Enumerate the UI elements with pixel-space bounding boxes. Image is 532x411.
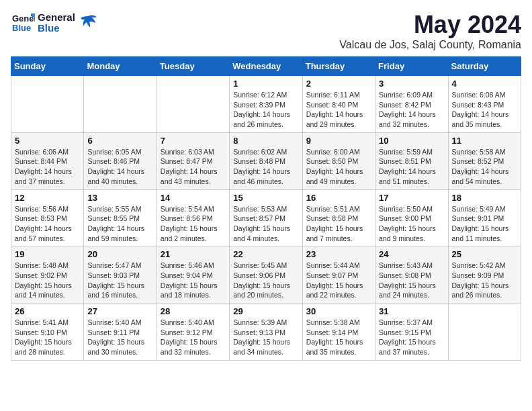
- day-number: 27: [87, 306, 152, 316]
- calendar-week-row: 19Sunrise: 5:48 AM Sunset: 9:02 PM Dayli…: [11, 246, 521, 304]
- calendar-cell: 17Sunrise: 5:50 AM Sunset: 9:00 PM Dayli…: [375, 189, 448, 246]
- calendar-cell: 20Sunrise: 5:47 AM Sunset: 9:03 PM Dayli…: [84, 246, 157, 304]
- day-info: Sunrise: 5:59 AM Sunset: 8:51 PM Dayligh…: [379, 147, 444, 187]
- day-number: 21: [161, 249, 226, 259]
- day-info: Sunrise: 5:40 AM Sunset: 9:11 PM Dayligh…: [87, 318, 152, 357]
- day-info: Sunrise: 5:56 AM Sunset: 8:53 PM Dayligh…: [15, 204, 80, 244]
- day-number: 30: [306, 306, 371, 316]
- calendar-cell: [84, 76, 157, 133]
- day-number: 23: [306, 249, 371, 259]
- day-number: 31: [379, 306, 444, 316]
- calendar-cell: 15Sunrise: 5:53 AM Sunset: 8:57 PM Dayli…: [230, 189, 302, 246]
- calendar-cell: 10Sunrise: 5:59 AM Sunset: 8:51 PM Dayli…: [375, 132, 448, 189]
- day-info: Sunrise: 5:48 AM Sunset: 9:02 PM Dayligh…: [15, 261, 80, 300]
- weekday-header-thursday: Thursday: [302, 57, 375, 76]
- day-number: 1: [233, 79, 298, 89]
- day-info: Sunrise: 6:00 AM Sunset: 8:50 PM Dayligh…: [306, 147, 371, 187]
- calendar-cell: 18Sunrise: 5:49 AM Sunset: 9:01 PM Dayli…: [448, 189, 521, 246]
- day-number: 8: [233, 136, 298, 146]
- calendar-cell: 21Sunrise: 5:46 AM Sunset: 9:04 PM Dayli…: [157, 246, 229, 304]
- day-number: 17: [379, 193, 444, 203]
- day-number: 4: [452, 79, 517, 89]
- calendar-cell: 1Sunrise: 6:12 AM Sunset: 8:39 PM Daylig…: [230, 76, 302, 133]
- calendar-cell: 23Sunrise: 5:44 AM Sunset: 9:07 PM Dayli…: [302, 246, 375, 304]
- calendar-cell: 12Sunrise: 5:56 AM Sunset: 8:53 PM Dayli…: [11, 189, 84, 246]
- calendar-week-row: 1Sunrise: 6:12 AM Sunset: 8:39 PM Daylig…: [11, 76, 521, 133]
- day-number: 2: [306, 79, 371, 89]
- weekday-header-row: SundayMondayTuesdayWednesdayThursdayFrid…: [11, 57, 521, 76]
- day-info: Sunrise: 6:02 AM Sunset: 8:48 PM Dayligh…: [233, 147, 298, 187]
- logo: General Blue General Blue: [11, 11, 98, 35]
- calendar-week-row: 26Sunrise: 5:41 AM Sunset: 9:10 PM Dayli…: [11, 304, 521, 361]
- day-info: Sunrise: 5:51 AM Sunset: 8:58 PM Dayligh…: [306, 204, 371, 244]
- day-info: Sunrise: 5:54 AM Sunset: 8:56 PM Dayligh…: [161, 204, 226, 244]
- calendar-cell: 5Sunrise: 6:06 AM Sunset: 8:44 PM Daylig…: [11, 132, 84, 189]
- weekday-header-friday: Friday: [375, 57, 448, 76]
- calendar-cell: [11, 76, 84, 133]
- title-block: May 2024 Valcau de Jos, Salaj County, Ro…: [339, 11, 521, 51]
- day-number: 24: [379, 249, 444, 259]
- day-info: Sunrise: 5:47 AM Sunset: 9:03 PM Dayligh…: [87, 261, 152, 300]
- weekday-header-tuesday: Tuesday: [157, 57, 229, 76]
- calendar-cell: 7Sunrise: 6:03 AM Sunset: 8:47 PM Daylig…: [157, 132, 229, 189]
- calendar-cell: 11Sunrise: 5:58 AM Sunset: 8:52 PM Dayli…: [448, 132, 521, 189]
- calendar-cell: 4Sunrise: 6:08 AM Sunset: 8:43 PM Daylig…: [448, 76, 521, 133]
- day-number: 10: [379, 136, 444, 146]
- calendar-cell: 19Sunrise: 5:48 AM Sunset: 9:02 PM Dayli…: [11, 246, 84, 304]
- day-info: Sunrise: 5:46 AM Sunset: 9:04 PM Dayligh…: [161, 261, 226, 300]
- day-info: Sunrise: 5:45 AM Sunset: 9:06 PM Dayligh…: [233, 261, 298, 300]
- day-info: Sunrise: 5:58 AM Sunset: 8:52 PM Dayligh…: [452, 147, 517, 187]
- day-info: Sunrise: 6:06 AM Sunset: 8:44 PM Dayligh…: [15, 147, 80, 187]
- day-number: 9: [306, 136, 371, 146]
- page-header: General Blue General Blue May 2024 Valca…: [11, 11, 521, 51]
- svg-text:Blue: Blue: [12, 23, 31, 33]
- day-info: Sunrise: 5:49 AM Sunset: 9:01 PM Dayligh…: [452, 204, 517, 244]
- day-info: Sunrise: 5:53 AM Sunset: 8:57 PM Dayligh…: [233, 204, 298, 244]
- calendar-cell: 8Sunrise: 6:02 AM Sunset: 8:48 PM Daylig…: [230, 132, 302, 189]
- day-info: Sunrise: 5:55 AM Sunset: 8:55 PM Dayligh…: [87, 204, 152, 244]
- day-info: Sunrise: 6:11 AM Sunset: 8:40 PM Dayligh…: [306, 90, 371, 130]
- calendar-cell: 9Sunrise: 6:00 AM Sunset: 8:50 PM Daylig…: [302, 132, 375, 189]
- day-info: Sunrise: 5:41 AM Sunset: 9:10 PM Dayligh…: [15, 318, 80, 357]
- day-number: 15: [233, 193, 298, 203]
- day-number: 5: [15, 136, 80, 146]
- calendar-cell: 26Sunrise: 5:41 AM Sunset: 9:10 PM Dayli…: [11, 304, 84, 361]
- day-info: Sunrise: 5:42 AM Sunset: 9:09 PM Dayligh…: [452, 261, 517, 300]
- day-number: 13: [87, 193, 152, 203]
- weekday-header-sunday: Sunday: [11, 57, 84, 76]
- calendar-cell: [448, 304, 521, 361]
- day-number: 11: [452, 136, 517, 146]
- day-number: 12: [15, 193, 80, 203]
- day-number: 29: [233, 306, 298, 316]
- bird-icon: [78, 13, 98, 33]
- calendar-cell: 3Sunrise: 6:09 AM Sunset: 8:42 PM Daylig…: [375, 76, 448, 133]
- logo-text-blue: Blue: [38, 23, 75, 34]
- calendar-cell: 6Sunrise: 6:05 AM Sunset: 8:46 PM Daylig…: [84, 132, 157, 189]
- day-info: Sunrise: 5:37 AM Sunset: 9:15 PM Dayligh…: [379, 318, 444, 357]
- calendar-cell: 25Sunrise: 5:42 AM Sunset: 9:09 PM Dayli…: [448, 246, 521, 304]
- calendar-cell: 28Sunrise: 5:40 AM Sunset: 9:12 PM Dayli…: [157, 304, 229, 361]
- day-number: 20: [87, 249, 152, 259]
- day-number: 18: [452, 193, 517, 203]
- weekday-header-monday: Monday: [84, 57, 157, 76]
- calendar-cell: 13Sunrise: 5:55 AM Sunset: 8:55 PM Dayli…: [84, 189, 157, 246]
- calendar-week-row: 5Sunrise: 6:06 AM Sunset: 8:44 PM Daylig…: [11, 132, 521, 189]
- calendar-cell: 27Sunrise: 5:40 AM Sunset: 9:11 PM Dayli…: [84, 304, 157, 361]
- day-number: 14: [161, 193, 226, 203]
- day-info: Sunrise: 6:03 AM Sunset: 8:47 PM Dayligh…: [161, 147, 226, 187]
- calendar-table: SundayMondayTuesdayWednesdayThursdayFrid…: [11, 56, 521, 361]
- day-info: Sunrise: 6:12 AM Sunset: 8:39 PM Dayligh…: [233, 90, 298, 130]
- calendar-cell: 24Sunrise: 5:43 AM Sunset: 9:08 PM Dayli…: [375, 246, 448, 304]
- calendar-cell: 22Sunrise: 5:45 AM Sunset: 9:06 PM Dayli…: [230, 246, 302, 304]
- weekday-header-saturday: Saturday: [448, 57, 521, 76]
- day-info: Sunrise: 5:43 AM Sunset: 9:08 PM Dayligh…: [379, 261, 444, 300]
- day-info: Sunrise: 6:05 AM Sunset: 8:46 PM Dayligh…: [87, 147, 152, 187]
- day-number: 25: [452, 249, 517, 259]
- calendar-cell: 16Sunrise: 5:51 AM Sunset: 8:58 PM Dayli…: [302, 189, 375, 246]
- day-info: Sunrise: 5:38 AM Sunset: 9:14 PM Dayligh…: [306, 318, 371, 357]
- logo-icon: General Blue: [11, 11, 35, 35]
- day-info: Sunrise: 5:50 AM Sunset: 9:00 PM Dayligh…: [379, 204, 444, 244]
- calendar-cell: [157, 76, 229, 133]
- day-number: 22: [233, 249, 298, 259]
- day-info: Sunrise: 6:08 AM Sunset: 8:43 PM Dayligh…: [452, 90, 517, 130]
